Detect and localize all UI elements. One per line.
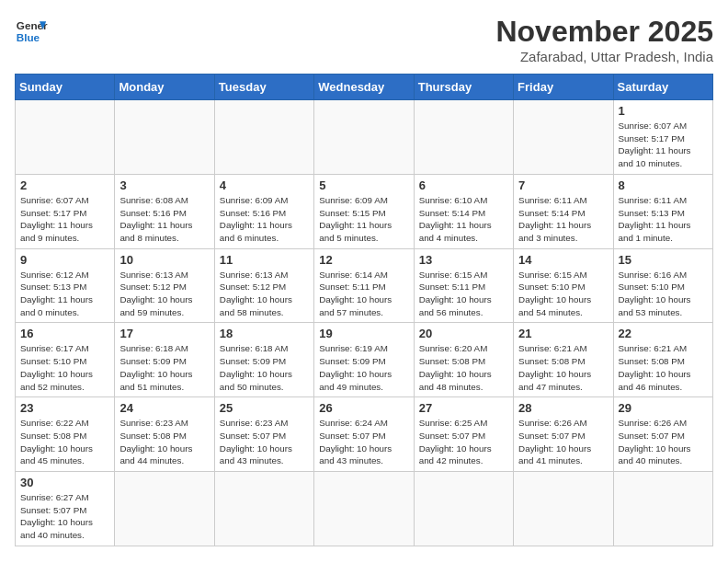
calendar-cell: 8Sunrise: 6:11 AMSunset: 5:13 PMDaylight… [613, 174, 712, 248]
calendar-table: Sunday Monday Tuesday Wednesday Thursday… [15, 74, 713, 546]
day-number: 21 [518, 327, 608, 340]
day-number: 25 [220, 401, 309, 415]
calendar-cell [214, 100, 313, 175]
calendar-cell: 30Sunrise: 6:27 AMSunset: 5:07 PMDayligh… [16, 472, 115, 546]
day-info: Sunrise: 6:25 AMSunset: 5:07 PMDaylight:… [419, 417, 508, 467]
day-info: Sunrise: 6:21 AMSunset: 5:08 PMDaylight:… [518, 342, 608, 393]
calendar-week-row: 23Sunrise: 6:22 AMSunset: 5:08 PMDayligh… [16, 397, 713, 472]
header-thursday: Thursday [414, 75, 513, 100]
calendar-cell: 13Sunrise: 6:15 AMSunset: 5:11 PMDayligh… [414, 248, 513, 323]
day-number: 11 [220, 253, 309, 267]
calendar-cell [414, 472, 513, 546]
calendar-week-row: 1Sunrise: 6:07 AMSunset: 5:17 PMDaylight… [16, 100, 713, 175]
calendar-cell: 17Sunrise: 6:18 AMSunset: 5:09 PMDayligh… [115, 323, 214, 397]
day-info: Sunrise: 6:10 AMSunset: 5:14 PMDaylight:… [419, 194, 508, 245]
calendar-cell: 24Sunrise: 6:23 AMSunset: 5:08 PMDayligh… [115, 397, 214, 472]
calendar-cell: 4Sunrise: 6:09 AMSunset: 5:16 PMDaylight… [214, 174, 313, 248]
calendar-cell [414, 100, 513, 175]
calendar-cell: 18Sunrise: 6:18 AMSunset: 5:09 PMDayligh… [214, 323, 313, 397]
calendar-cell: 9Sunrise: 6:12 AMSunset: 5:13 PMDaylight… [16, 248, 115, 323]
calendar-title: November 2025 [495, 15, 713, 49]
day-number: 2 [20, 178, 109, 192]
calendar-week-row: 16Sunrise: 6:17 AMSunset: 5:10 PMDayligh… [16, 323, 713, 397]
header: General Blue November 2025 Zafarabad, Ut… [15, 15, 713, 64]
day-number: 18 [220, 327, 309, 340]
calendar-cell [514, 100, 613, 175]
calendar-subtitle: Zafarabad, Uttar Pradesh, India [495, 49, 713, 64]
calendar-cell: 7Sunrise: 6:11 AMSunset: 5:14 PMDaylight… [514, 174, 613, 248]
day-info: Sunrise: 6:17 AMSunset: 5:10 PMDaylight:… [20, 342, 109, 393]
calendar-cell: 5Sunrise: 6:09 AMSunset: 5:15 PMDaylight… [314, 174, 414, 248]
header-sunday: Sunday [16, 75, 115, 100]
calendar-cell [214, 472, 313, 546]
day-info: Sunrise: 6:16 AMSunset: 5:10 PMDaylight:… [619, 269, 708, 319]
day-number: 6 [419, 178, 508, 192]
day-number: 8 [619, 178, 708, 192]
day-number: 5 [319, 178, 408, 192]
day-number: 24 [119, 401, 209, 415]
day-number: 7 [518, 178, 608, 192]
day-info: Sunrise: 6:11 AMSunset: 5:13 PMDaylight:… [619, 194, 708, 245]
calendar-cell: 23Sunrise: 6:22 AMSunset: 5:08 PMDayligh… [16, 397, 115, 472]
day-info: Sunrise: 6:09 AMSunset: 5:16 PMDaylight:… [220, 194, 309, 245]
day-info: Sunrise: 6:11 AMSunset: 5:14 PMDaylight:… [518, 194, 608, 245]
calendar-cell: 1Sunrise: 6:07 AMSunset: 5:17 PMDaylight… [613, 100, 712, 175]
day-info: Sunrise: 6:19 AMSunset: 5:09 PMDaylight:… [319, 342, 408, 393]
calendar-week-row: 2Sunrise: 6:07 AMSunset: 5:17 PMDaylight… [16, 174, 713, 248]
day-info: Sunrise: 6:15 AMSunset: 5:11 PMDaylight:… [419, 269, 508, 319]
day-info: Sunrise: 6:26 AMSunset: 5:07 PMDaylight:… [619, 417, 708, 467]
calendar-cell: 11Sunrise: 6:13 AMSunset: 5:12 PMDayligh… [214, 248, 313, 323]
header-saturday: Saturday [613, 75, 712, 100]
day-info: Sunrise: 6:18 AMSunset: 5:09 PMDaylight:… [119, 342, 209, 393]
calendar-cell: 25Sunrise: 6:23 AMSunset: 5:07 PMDayligh… [214, 397, 313, 472]
calendar-cell [115, 100, 214, 175]
day-number: 28 [518, 401, 608, 415]
day-number: 30 [20, 476, 109, 489]
day-number: 14 [518, 253, 608, 267]
day-info: Sunrise: 6:22 AMSunset: 5:08 PMDaylight:… [20, 417, 109, 467]
header-wednesday: Wednesday [314, 75, 414, 100]
day-info: Sunrise: 6:20 AMSunset: 5:08 PMDaylight:… [419, 342, 508, 393]
day-number: 1 [619, 104, 708, 118]
calendar-cell: 3Sunrise: 6:08 AMSunset: 5:16 PMDaylight… [115, 174, 214, 248]
day-info: Sunrise: 6:27 AMSunset: 5:07 PMDaylight:… [20, 491, 109, 542]
day-number: 3 [119, 178, 209, 192]
calendar-cell [115, 472, 214, 546]
calendar-cell: 26Sunrise: 6:24 AMSunset: 5:07 PMDayligh… [314, 397, 414, 472]
day-info: Sunrise: 6:23 AMSunset: 5:07 PMDaylight:… [220, 417, 309, 467]
header-monday: Monday [115, 75, 214, 100]
calendar-cell: 29Sunrise: 6:26 AMSunset: 5:07 PMDayligh… [613, 397, 712, 472]
day-info: Sunrise: 6:15 AMSunset: 5:10 PMDaylight:… [518, 269, 608, 319]
calendar-cell: 2Sunrise: 6:07 AMSunset: 5:17 PMDaylight… [16, 174, 115, 248]
calendar-cell: 16Sunrise: 6:17 AMSunset: 5:10 PMDayligh… [16, 323, 115, 397]
logo: General Blue [15, 15, 48, 48]
day-info: Sunrise: 6:09 AMSunset: 5:15 PMDaylight:… [319, 194, 408, 245]
day-info: Sunrise: 6:23 AMSunset: 5:08 PMDaylight:… [119, 417, 209, 467]
day-info: Sunrise: 6:07 AMSunset: 5:17 PMDaylight:… [619, 120, 708, 170]
day-number: 23 [20, 401, 109, 415]
day-number: 4 [220, 178, 309, 192]
day-info: Sunrise: 6:21 AMSunset: 5:08 PMDaylight:… [619, 342, 708, 393]
header-tuesday: Tuesday [214, 75, 313, 100]
day-number: 16 [20, 327, 109, 340]
calendar-cell: 15Sunrise: 6:16 AMSunset: 5:10 PMDayligh… [613, 248, 712, 323]
day-info: Sunrise: 6:13 AMSunset: 5:12 PMDaylight:… [220, 269, 309, 319]
title-area: November 2025 Zafarabad, Uttar Pradesh, … [495, 15, 713, 64]
calendar-cell: 27Sunrise: 6:25 AMSunset: 5:07 PMDayligh… [414, 397, 513, 472]
calendar-cell: 28Sunrise: 6:26 AMSunset: 5:07 PMDayligh… [514, 397, 613, 472]
calendar-week-row: 9Sunrise: 6:12 AMSunset: 5:13 PMDaylight… [16, 248, 713, 323]
day-number: 13 [419, 253, 508, 267]
day-info: Sunrise: 6:13 AMSunset: 5:12 PMDaylight:… [119, 269, 209, 319]
day-number: 12 [319, 253, 408, 267]
calendar-cell: 21Sunrise: 6:21 AMSunset: 5:08 PMDayligh… [514, 323, 613, 397]
day-info: Sunrise: 6:24 AMSunset: 5:07 PMDaylight:… [319, 417, 408, 467]
calendar-week-row: 30Sunrise: 6:27 AMSunset: 5:07 PMDayligh… [16, 472, 713, 546]
calendar-cell [514, 472, 613, 546]
calendar-cell: 12Sunrise: 6:14 AMSunset: 5:11 PMDayligh… [314, 248, 414, 323]
day-info: Sunrise: 6:18 AMSunset: 5:09 PMDaylight:… [220, 342, 309, 393]
days-header-row: Sunday Monday Tuesday Wednesday Thursday… [16, 75, 713, 100]
day-number: 20 [419, 327, 508, 340]
day-info: Sunrise: 6:14 AMSunset: 5:11 PMDaylight:… [319, 269, 408, 319]
calendar-cell [16, 100, 115, 175]
day-number: 9 [20, 253, 109, 267]
